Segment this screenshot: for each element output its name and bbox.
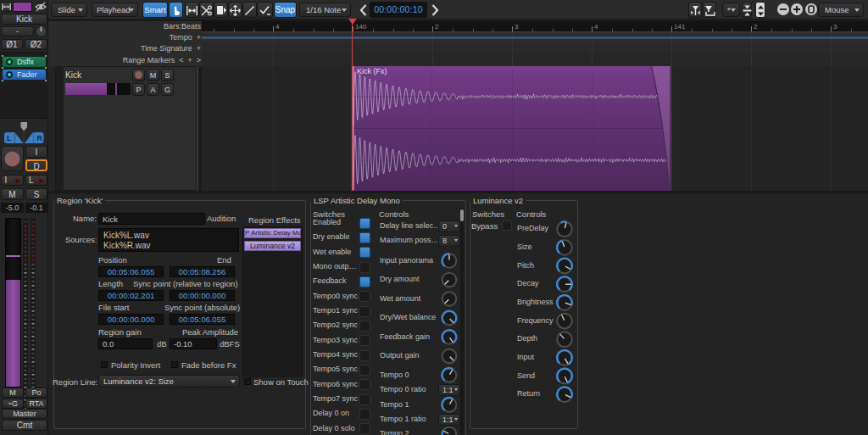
svg-text:141: 141: [674, 23, 686, 31]
svg-text:R: R: [37, 134, 43, 142]
svg-text:3: 3: [515, 23, 519, 31]
svg-text:3: 3: [833, 23, 837, 31]
svg-text:L: L: [7, 134, 12, 142]
svg-text:4: 4: [594, 23, 598, 31]
svg-text:4: 4: [275, 23, 280, 31]
svg-text:Kick (Fx): Kick (Fx): [357, 67, 387, 75]
svg-text:2: 2: [435, 23, 439, 31]
svg-text:140: 140: [355, 23, 367, 31]
svg-text:2: 2: [754, 23, 758, 31]
